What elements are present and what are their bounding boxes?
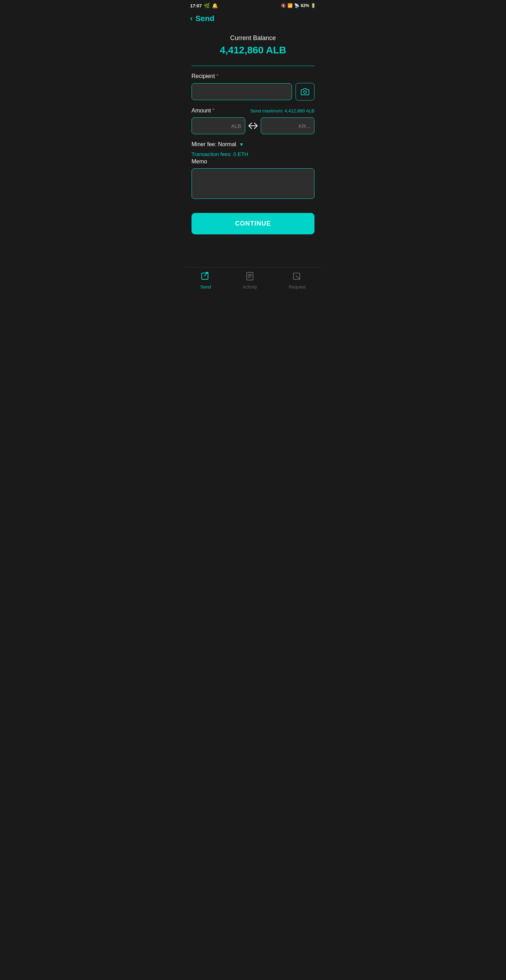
miner-fee-dropdown-arrow[interactable]: ▼ <box>239 142 244 147</box>
page-title: Send <box>196 14 214 23</box>
miner-fee-row: Miner fee: Normal ▼ <box>191 141 315 148</box>
alb-amount-input[interactable] <box>191 117 245 134</box>
kr-amount-input[interactable] <box>261 117 315 134</box>
camera-icon <box>301 88 309 96</box>
battery-icon: 🔋 <box>310 3 316 8</box>
miner-fee-label: Miner fee: Normal <box>191 141 236 148</box>
request-nav-label: Request <box>289 284 306 290</box>
kr-input-wrapper: KR... <box>261 117 315 134</box>
send-nav-label: Send <box>200 284 211 290</box>
battery-percent: 62% <box>301 3 309 8</box>
amount-required: * <box>212 108 214 114</box>
bottom-nav: Send Activity Request <box>185 267 321 297</box>
balance-label: Current Balance <box>191 35 315 42</box>
nav-item-send[interactable]: Send <box>200 272 211 290</box>
status-time: 17:07 <box>190 3 202 8</box>
nav-item-request[interactable]: Request <box>289 272 306 290</box>
signal-icon: 📡 <box>294 3 299 8</box>
scan-qr-button[interactable] <box>296 83 315 100</box>
back-button[interactable]: ‹ <box>190 14 193 23</box>
send-max-text[interactable]: Send maximum: 4,412,860 ALB <box>250 108 315 113</box>
swap-icon[interactable] <box>248 122 258 129</box>
status-left: 17:07 🌿 🔔 <box>190 3 218 8</box>
main-content: Current Balance 4,412,860 ALB Recipient … <box>185 26 321 267</box>
activity-nav-icon <box>245 272 255 283</box>
activity-nav-label: Activity <box>242 284 257 290</box>
memo-input[interactable] <box>191 168 315 199</box>
status-right: 🔇 📶 📡 62% 🔋 <box>281 3 316 8</box>
transaction-fees: Transaction fees: 0 ETH <box>191 151 315 157</box>
alb-input-wrapper: ALB <box>191 117 245 134</box>
wifi-icon: 📶 <box>288 3 293 8</box>
recipient-row <box>191 83 315 100</box>
svg-line-9 <box>296 276 300 279</box>
recipient-group: Recipient * <box>191 73 315 100</box>
svg-rect-2 <box>202 273 208 279</box>
status-bar: 17:07 🌿 🔔 🔇 📶 📡 62% 🔋 <box>185 0 321 10</box>
svg-point-0 <box>304 91 306 94</box>
send-nav-icon <box>201 272 210 283</box>
memo-group: Memo <box>191 159 315 200</box>
amount-header: Amount * Send maximum: 4,412,860 ALB <box>191 108 315 114</box>
page-header: ‹ Send <box>185 10 321 26</box>
memo-label: Memo <box>191 159 315 165</box>
request-nav-icon <box>293 272 302 283</box>
balance-amount: 4,412,860 ALB <box>191 45 315 56</box>
recipient-input[interactable] <box>191 83 292 100</box>
continue-button[interactable]: CONTINUE <box>191 213 315 234</box>
mute-icon: 🔇 <box>281 3 286 8</box>
nav-item-activity[interactable]: Activity <box>242 272 257 290</box>
amount-row: ALB KR... <box>191 117 315 134</box>
balance-section: Current Balance 4,412,860 ALB <box>191 26 315 63</box>
amount-group: Amount * Send maximum: 4,412,860 ALB ALB… <box>191 108 315 134</box>
leaf-app-icon: 🌿 <box>204 3 210 8</box>
recipient-required: * <box>216 73 218 80</box>
recipient-label: Recipient * <box>191 73 315 80</box>
section-divider <box>191 66 315 66</box>
notification-icon: 🔔 <box>212 3 218 8</box>
